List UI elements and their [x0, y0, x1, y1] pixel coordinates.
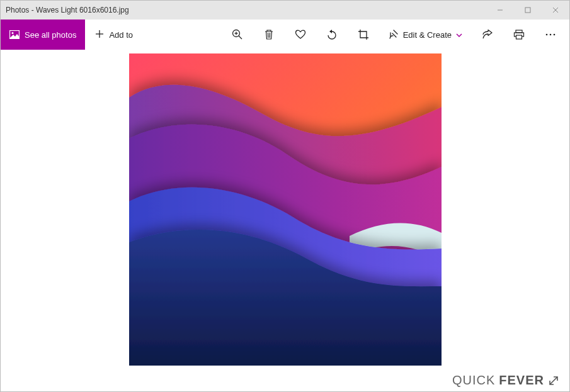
chevron-down-icon	[456, 30, 462, 40]
see-all-photos-button[interactable]: See all photos	[1, 20, 85, 50]
trash-icon	[264, 29, 274, 40]
share-icon	[482, 30, 493, 40]
watermark-text-1: QUICK	[452, 373, 495, 388]
expand-icon	[548, 375, 559, 386]
watermark: QUICKFEVER	[452, 373, 559, 388]
more-icon	[545, 33, 556, 36]
watermark-text-2: FEVER	[499, 373, 544, 388]
plus-icon	[95, 30, 104, 40]
maximize-icon	[525, 7, 531, 13]
svg-point-15	[546, 34, 548, 36]
delete-button[interactable]	[263, 28, 275, 41]
heart-icon	[295, 30, 306, 40]
picture-icon	[9, 30, 20, 39]
svg-line-9	[239, 36, 242, 39]
crop-button[interactable]	[357, 28, 370, 41]
close-icon	[552, 7, 559, 13]
edit-icon	[389, 29, 399, 41]
close-button[interactable]	[542, 1, 569, 20]
maximize-button[interactable]	[514, 1, 542, 20]
displayed-image[interactable]	[129, 53, 442, 366]
rotate-button[interactable]	[326, 28, 338, 41]
zoom-button[interactable]	[231, 28, 244, 41]
svg-point-16	[550, 34, 552, 36]
minimize-icon	[497, 7, 503, 13]
print-icon	[513, 30, 525, 40]
share-button[interactable]	[481, 28, 494, 41]
window-title: Photos - Waves Light 6016x6016.jpg	[6, 6, 129, 14]
see-all-photos-label: See all photos	[25, 30, 76, 40]
rotate-icon	[326, 29, 338, 40]
edit-create-button[interactable]: Edit & Create	[389, 29, 462, 41]
more-button[interactable]	[544, 28, 557, 41]
toolbar: See all photos Add to	[1, 20, 569, 50]
titlebar: Photos - Waves Light 6016x6016.jpg	[1, 1, 569, 20]
zoom-icon	[232, 29, 243, 40]
edit-create-label: Edit & Create	[403, 30, 452, 40]
print-button[interactable]	[513, 28, 525, 41]
toolbar-actions: Edit & Create	[231, 28, 569, 41]
add-to-label: Add to	[109, 30, 133, 40]
svg-rect-1	[525, 8, 530, 13]
add-to-button[interactable]: Add to	[85, 30, 143, 40]
svg-point-17	[554, 34, 556, 36]
crop-icon	[358, 29, 369, 40]
favorite-button[interactable]	[294, 28, 307, 41]
minimize-button[interactable]	[486, 1, 514, 20]
svg-rect-14	[516, 35, 522, 39]
photos-app-window: Photos - Waves Light 6016x6016.jpg See a…	[0, 0, 570, 392]
image-viewport: QUICKFEVER	[1, 50, 569, 391]
svg-point-5	[12, 32, 14, 34]
